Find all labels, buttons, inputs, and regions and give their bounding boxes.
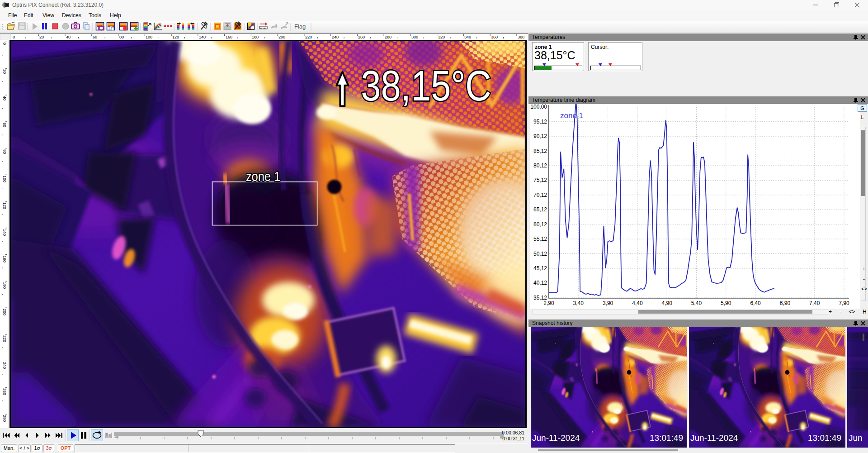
svg-text:200: 200	[278, 35, 285, 39]
svg-text:5,90: 5,90	[721, 300, 731, 306]
svg-text:0: 0	[13, 35, 15, 39]
svg-text:60: 60	[2, 123, 7, 127]
svg-text:4,40: 4,40	[632, 300, 643, 306]
svg-text:70,12: 70,12	[533, 192, 547, 198]
svg-text:4,90: 4,90	[662, 300, 673, 306]
svg-text:160: 160	[2, 256, 7, 262]
svg-text:220: 220	[305, 35, 312, 39]
svg-text:40: 40	[2, 96, 7, 100]
svg-text:140: 140	[2, 229, 7, 236]
svg-text:5,40: 5,40	[691, 300, 702, 306]
svg-text:100: 100	[146, 35, 152, 39]
svg-text:40: 40	[66, 35, 71, 39]
svg-text:85,12: 85,12	[533, 148, 547, 154]
svg-text:300: 300	[411, 35, 418, 39]
svg-text:50,12: 50,12	[533, 251, 547, 257]
svg-text:65,12: 65,12	[533, 206, 547, 213]
svg-text:3,40: 3,40	[573, 300, 584, 306]
svg-text:240: 240	[2, 362, 7, 369]
svg-text:380: 380	[518, 35, 524, 39]
svg-text:80: 80	[119, 35, 124, 39]
svg-text:55,12: 55,12	[533, 236, 547, 242]
svg-text:200: 200	[2, 309, 7, 315]
svg-text:90,12: 90,12	[533, 133, 547, 139]
svg-text:38,15°C: 38,15°C	[361, 62, 491, 109]
svg-text:2,90: 2,90	[543, 300, 554, 306]
svg-text:280: 280	[385, 35, 392, 39]
svg-text:60,12: 60,12	[533, 221, 547, 228]
svg-text:7,90: 7,90	[839, 300, 849, 306]
svg-text:6,40: 6,40	[750, 300, 761, 306]
svg-text:340: 340	[464, 35, 471, 39]
svg-text:260: 260	[358, 35, 365, 39]
svg-text:zone 1: zone 1	[246, 169, 280, 184]
svg-text:6,90: 6,90	[780, 300, 791, 306]
svg-text:120: 120	[2, 202, 7, 209]
svg-text:Flag: Flag	[294, 23, 306, 30]
svg-text:140: 140	[199, 35, 206, 39]
svg-text:220: 220	[2, 335, 7, 342]
svg-text:160: 160	[226, 35, 232, 39]
svg-text:0: 0	[2, 43, 7, 45]
svg-text:240: 240	[332, 35, 339, 39]
svg-text:100,00: 100,00	[530, 104, 547, 110]
svg-text:120: 120	[172, 35, 179, 39]
svg-text:zone 1: zone 1	[560, 111, 583, 120]
svg-text:3,90: 3,90	[603, 300, 613, 306]
svg-text:80,12: 80,12	[533, 162, 547, 169]
svg-text:7,40: 7,40	[809, 300, 820, 306]
svg-text:360: 360	[491, 35, 498, 39]
svg-text:45,12: 45,12	[533, 265, 547, 272]
svg-text:80: 80	[2, 149, 7, 154]
svg-text:20: 20	[39, 35, 44, 39]
svg-text:100: 100	[2, 176, 7, 182]
svg-text:280: 280	[2, 415, 7, 422]
svg-text:180: 180	[252, 35, 259, 39]
svg-text:95,12: 95,12	[533, 119, 547, 125]
svg-text:75,12: 75,12	[533, 177, 547, 183]
svg-text:60: 60	[93, 35, 97, 39]
svg-text:260: 260	[2, 388, 7, 395]
svg-text:20: 20	[2, 69, 7, 74]
svg-text:320: 320	[438, 35, 445, 39]
svg-text:40,12: 40,12	[533, 280, 547, 286]
svg-text:180: 180	[2, 282, 7, 289]
